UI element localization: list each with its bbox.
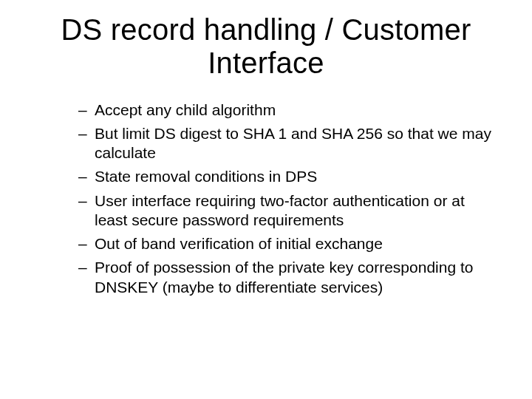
bullet-list: Accept any child algorithm But limit DS … [34,100,498,297]
slide-title: DS record handling / Customer Interface [34,13,498,80]
slide: DS record handling / Customer Interface … [0,0,532,399]
list-item: State removal conditions in DPS [78,167,498,186]
list-item: But limit DS digest to SHA 1 and SHA 256… [78,124,498,163]
list-item: Out of band verification of initial exch… [78,234,498,253]
list-item: Accept any child algorithm [78,100,498,120]
list-item: User interface requiring two-factor auth… [78,191,498,231]
list-item: Proof of possession of the private key c… [78,258,498,297]
